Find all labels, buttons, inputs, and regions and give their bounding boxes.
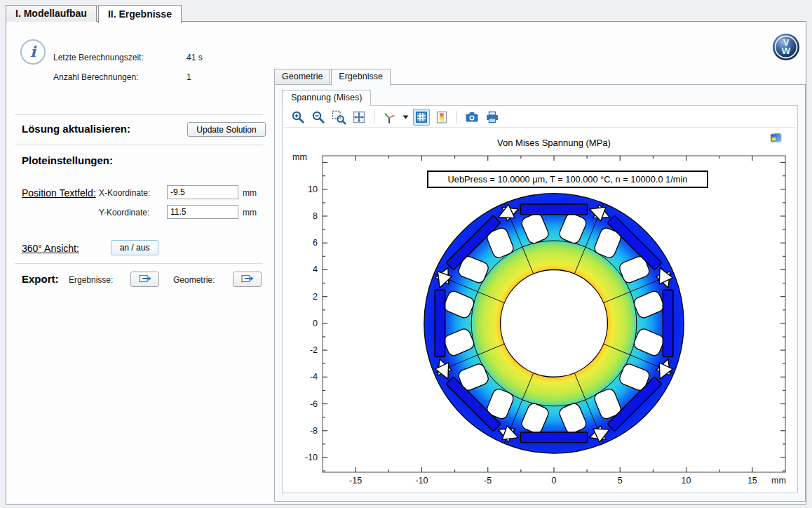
last-computation-value: 41 s	[187, 53, 203, 62]
y-tick-label: 4	[313, 265, 318, 274]
zoom-box-icon[interactable]	[330, 109, 347, 126]
zoom-extents-icon[interactable]	[351, 109, 367, 126]
y-coordinate-unit: mm	[243, 208, 257, 218]
tab-ergebnisse-inner[interactable]: Ergebnisse	[331, 69, 391, 86]
toolbar-separator	[456, 111, 457, 123]
tab-ergebnisse[interactable]: II. Ergebnisse	[98, 5, 182, 23]
camera-icon[interactable]	[463, 109, 480, 126]
y-tick-label: 8	[313, 211, 318, 221]
divider	[15, 263, 263, 264]
print-icon[interactable]	[484, 109, 501, 126]
update-solution-button[interactable]: Update Solution	[187, 122, 266, 137]
y-tick-label: 0	[313, 319, 318, 328]
y-tick-label: 10	[308, 185, 318, 194]
x-tick-label: 15	[747, 476, 757, 486]
export-icon	[241, 274, 254, 285]
export-results-button[interactable]	[130, 272, 159, 287]
plot-settings-heading: Ploteinstellungen:	[22, 154, 113, 166]
orientation-dropdown-caret[interactable]	[401, 109, 410, 126]
info-icon: i	[20, 39, 46, 65]
last-computation-label: Letzte Berechnungszeit:	[53, 53, 144, 62]
update-solution-heading: Lösung aktualisieren:	[22, 123, 130, 135]
tab-geometrie[interactable]: Geometrie	[274, 69, 330, 84]
y-tick-label: -6	[310, 399, 318, 409]
export-geometry-label: Geometrie:	[173, 275, 215, 285]
zoom-out-icon[interactable]	[310, 109, 327, 126]
x-tick-label: 0	[552, 476, 557, 486]
zoom-in-icon[interactable]	[290, 109, 306, 126]
y-tick-label: -4	[310, 372, 318, 382]
view-360-label: 360° Ansicht:	[22, 243, 79, 254]
main-tab-bar: I. Modellaufbau II. Ergebnisse	[6, 5, 182, 22]
computation-count-label: Anzahl Berechnungen:	[53, 72, 138, 82]
orientation-axes-icon[interactable]	[381, 109, 398, 126]
y-axis-unit: mm	[292, 152, 307, 162]
x-axis-unit: mm	[771, 476, 786, 486]
x-coordinate-input[interactable]	[167, 185, 238, 199]
y-tick-label: 2	[313, 292, 318, 302]
plot-title: Von Mises Spannung (MPa)	[497, 138, 611, 148]
plot-tab-bar: Spannung (Mises)	[282, 90, 371, 105]
plot-toolbar	[284, 107, 796, 128]
tab-modellaufbau[interactable]: I. Modellaufbau	[6, 5, 97, 22]
y-tick-label: -10	[305, 453, 318, 462]
magnet	[435, 290, 445, 356]
x-coordinate-unit: mm	[243, 188, 257, 198]
computation-count-value: 1	[187, 72, 191, 82]
plot-panel: Von Mises Spannung (MPa)mmUebPress = 10.…	[282, 105, 798, 493]
y-tick-label: 6	[313, 238, 318, 248]
magnet	[520, 432, 587, 443]
x-tick-label: 5	[618, 476, 623, 486]
export-icon	[139, 274, 151, 285]
export-geometry-button[interactable]	[233, 272, 262, 287]
grid-icon[interactable]	[413, 109, 430, 126]
x-tick-label: 10	[682, 476, 691, 486]
y-coordinate-input[interactable]	[167, 205, 238, 219]
magnet	[520, 204, 587, 215]
app-window: i Letzte Berechnungszeit: 41 s Anzahl Be…	[6, 21, 806, 504]
export-heading: Export:	[22, 273, 59, 285]
export-results-label: Ergebnisse:	[69, 275, 113, 285]
vw-logo: V W	[772, 33, 800, 61]
svg-text:W: W	[782, 46, 791, 56]
divider	[15, 114, 263, 115]
color-legend-icon[interactable]	[433, 109, 450, 126]
shaft-bore	[501, 270, 608, 377]
position-textfield-label: Position Textfeld:	[22, 187, 96, 199]
rotor	[424, 194, 684, 453]
results-panel: Spannung (Mises)	[274, 84, 806, 502]
view-360-toggle-button[interactable]: an / aus	[111, 240, 158, 255]
tab-spannung-mises[interactable]: Spannung (Mises)	[282, 90, 371, 106]
divider	[15, 145, 263, 145]
toolbar-separator	[374, 111, 374, 123]
result-tab-bar: Geometrie Ergebnisse	[274, 69, 391, 84]
magnet	[663, 290, 673, 356]
y-tick-label: -2	[310, 345, 318, 355]
plot-canvas[interactable]: Von Mises Spannung (MPa)mmUebPress = 10.…	[283, 128, 797, 493]
y-tick-label: -8	[310, 426, 318, 436]
x-tick-label: -10	[415, 476, 428, 486]
x-tick-label: -5	[484, 476, 492, 486]
annotation-text: UebPress = 10.0000 μm, T = 100.000 °C, n…	[448, 174, 688, 185]
x-tick-label: -15	[349, 476, 362, 486]
y-coordinate-label: Y-Koordinate:	[99, 208, 149, 218]
x-coordinate-label: X-Koordinate:	[99, 188, 150, 198]
